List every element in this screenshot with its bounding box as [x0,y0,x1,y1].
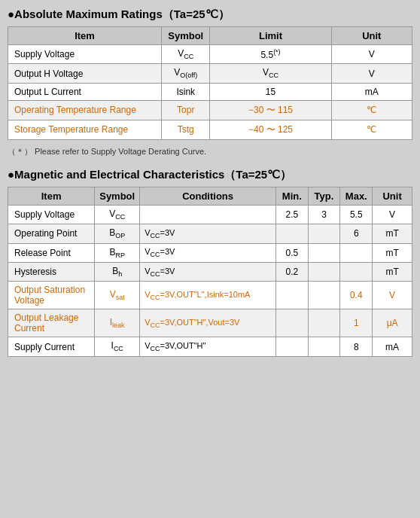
t2-header-unit: Unit [373,187,412,205]
table1-row: Operating Temperature Range Topr −30 〜 1… [8,100,412,120]
t2-cell-cond: VCC=3V [140,243,276,262]
t2-cell-unit: mT [373,224,412,243]
t2-cell-max: 0.4 [340,282,373,309]
t2-cell-cond: VCC=3V [140,224,276,243]
t2-cell-min: 0.5 [275,243,308,262]
t2-cell-max: 8 [340,337,373,356]
t2-header-symbol: Symbol [95,187,140,205]
t2-cell-symbol: Vsat [95,282,140,309]
t2-cell-max: 1 [340,309,373,337]
t2-cell-max [340,243,373,262]
t2-cell-item: Release Point [8,243,95,262]
table2: Item Symbol Conditions Min. Typ. Max. Un… [8,187,412,357]
t1-cell-unit: V [331,64,412,83]
t2-cell-item: Supply Current [8,337,95,356]
t1-cell-limit: VCC [210,64,331,83]
table2-row: Hysteresis Bh VCC=3V 0.2 mT [8,262,412,281]
t2-cell-typ [308,309,340,337]
t2-cell-max [340,262,373,281]
t1-header-symbol: Symbol [162,27,210,45]
t1-header-unit: Unit [331,27,412,45]
section1-title: ●Absolute Maximum Ratings（Ta=25℃） [8,8,412,22]
t1-cell-unit: V [331,45,412,64]
t2-cell-min [275,224,308,243]
t2-cell-symbol: Bh [95,262,140,281]
t1-cell-symbol: Topr [162,100,210,120]
t2-cell-typ [308,337,340,356]
t1-header-limit: Limit [210,27,331,45]
t2-cell-cond: VCC=3V,OUT"L",Isink=10mA [140,282,276,309]
section1-note: （＊） Please refer to Supply Voltage Derat… [8,146,412,157]
table1-row: Storage Temperature Range Tstg −40 〜 125… [8,120,412,139]
t2-cell-cond: VCC=3V,OUT"H" [140,337,276,356]
t1-header-item: Item [8,27,162,45]
t2-cell-unit: V [373,205,412,224]
t2-cell-min [275,282,308,309]
t2-cell-item: Hysteresis [8,262,95,281]
t2-cell-cond: VCC=3V,OUT"H",Vout=3V [140,309,276,337]
t2-cell-item: Operating Point [8,224,95,243]
t2-cell-typ [308,224,340,243]
table2-row: Supply Voltage VCC 2.5 3 5.5 V [8,205,412,224]
t1-cell-limit: −40 〜 125 [210,120,331,139]
t2-cell-max: 5.5 [340,205,373,224]
t1-cell-limit: 5.5(*) [210,45,331,64]
t2-cell-typ [308,262,340,281]
t2-cell-min: 0.2 [275,262,308,281]
table1: Item Symbol Limit Unit Supply Voltage VC… [8,26,412,140]
t2-cell-min [275,309,308,337]
table2-row: Output Leakage Current Ileak VCC=3V,OUT"… [8,309,412,337]
t2-cell-item: Output Leakage Current [8,309,95,337]
t2-cell-symbol: BOP [95,224,140,243]
t1-cell-limit: −30 〜 115 [210,100,331,120]
t2-cell-symbol: Ileak [95,309,140,337]
t1-cell-limit: 15 [210,83,331,100]
t2-header-typ: Typ. [308,187,340,205]
t2-cell-max: 6 [340,224,373,243]
t2-cell-unit: V [373,282,412,309]
table1-row: Supply Voltage VCC 5.5(*) V [8,45,412,64]
t2-cell-min: 2.5 [275,205,308,224]
t1-cell-unit: mA [331,83,412,100]
t1-cell-symbol: VCC [162,45,210,64]
t1-cell-unit: ℃ [331,100,412,120]
t1-cell-unit: ℃ [331,120,412,139]
t2-cell-symbol: ICC [95,337,140,356]
t1-cell-item: Storage Temperature Range [8,120,162,139]
t2-cell-item: Output Saturation Voltage [8,282,95,309]
section2-title-text: ●Magnetic and Electrical Characteristics… [8,168,291,182]
table2-row: Release Point BRP VCC=3V 0.5 mT [8,243,412,262]
t2-cell-unit: mT [373,243,412,262]
table2-row: Output Saturation Voltage Vsat VCC=3V,OU… [8,282,412,309]
t2-cell-unit: mT [373,262,412,281]
table2-row: Operating Point BOP VCC=3V 6 mT [8,224,412,243]
t2-cell-symbol: BRP [95,243,140,262]
t1-cell-symbol: Isink [162,83,210,100]
t2-cell-item: Supply Voltage [8,205,95,224]
table1-row: Output H Voltage VO(off) VCC V [8,64,412,83]
t2-cell-symbol: VCC [95,205,140,224]
table2-row: Supply Current ICC VCC=3V,OUT"H" 8 mA [8,337,412,356]
t2-cell-cond: VCC=3V [140,262,276,281]
t2-cell-typ [308,243,340,262]
t2-cell-min [275,337,308,356]
t1-cell-symbol: Tstg [162,120,210,139]
t2-cell-unit: mA [373,337,412,356]
t1-cell-symbol: VO(off) [162,64,210,83]
t2-header-cond: Conditions [140,187,276,205]
t2-header-min: Min. [275,187,308,205]
t2-cell-unit: μA [373,309,412,337]
t2-header-max: Max. [340,187,373,205]
t1-cell-item: Output H Voltage [8,64,162,83]
t2-cell-cond [140,205,276,224]
t1-cell-item: Supply Voltage [8,45,162,64]
section1-title-text: ●Absolute Maximum Ratings（Ta=25℃） [8,8,230,22]
t2-cell-typ [308,282,340,309]
t2-cell-typ: 3 [308,205,340,224]
section2-title: ●Magnetic and Electrical Characteristics… [8,168,412,182]
t2-header-item: Item [8,187,95,205]
table1-row: Output L Current Isink 15 mA [8,83,412,100]
t1-cell-item: Output L Current [8,83,162,100]
t1-cell-item: Operating Temperature Range [8,100,162,120]
